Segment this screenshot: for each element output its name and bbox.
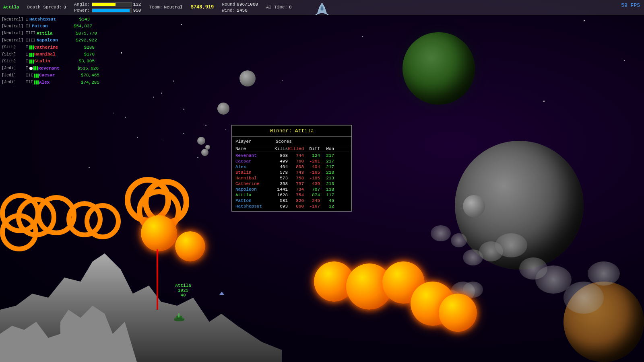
score-killed: 808 (288, 165, 304, 169)
col-sub-killed: Killed (288, 146, 304, 151)
player-list-item: [Neutral] IIII Napoleon $292,922 (0, 37, 105, 44)
health-bar-pip (33, 66, 35, 70)
star (543, 101, 545, 102)
score-player-name: Hannibal (235, 176, 272, 181)
player-list-item: {Sith} I Hannibal $170 (0, 51, 105, 58)
col-sub-diff: Diff (304, 146, 320, 151)
svg-point-6 (174, 318, 184, 321)
score-data-row: Revenant 868 744 124 217 (235, 153, 349, 158)
health-bar-pip (29, 53, 31, 57)
score-killed: 860 (288, 204, 304, 209)
star (121, 52, 122, 53)
orb-2 (175, 231, 205, 261)
moon-right (463, 195, 485, 217)
power-value: 950 (133, 8, 141, 13)
player-score: $288 (66, 45, 95, 51)
score-panel: Winner: Attila Player Scores Name Kills … (231, 125, 352, 212)
score-player-name: Attila (235, 193, 272, 197)
star (362, 36, 363, 37)
star (161, 141, 161, 141)
player-list-item: [Jedi] I Revenant $535,626 (0, 65, 105, 72)
score-kills: 868 (272, 153, 288, 158)
score-kills: 693 (272, 204, 288, 209)
score-data-row: Napoleon 1441 734 707 138 (235, 187, 349, 192)
score-won: 213 (320, 170, 334, 175)
score-diff: 874 (304, 193, 320, 197)
player-score: $875,770 (69, 31, 97, 37)
score-player-name: Hatshepsut (235, 204, 272, 209)
health-bar-pip (31, 53, 32, 57)
player-rank: IIII (26, 31, 35, 36)
hud-ai-section: AI Time: 8 (266, 4, 291, 10)
player-team: [Jedi] (2, 66, 26, 71)
planet-green (402, 32, 475, 105)
round-label: Round (222, 2, 235, 7)
player-score: $3,005 (66, 58, 95, 64)
star (181, 24, 182, 25)
player-rank: II (26, 24, 31, 29)
score-data-row: Caesar 499 760 -261 217 (235, 158, 349, 164)
moon-small-2 (217, 103, 229, 115)
player-team: [Neutral] (2, 31, 26, 36)
hud-player-name: Attila (3, 4, 19, 10)
score-kills: 581 (272, 198, 288, 203)
player-team: [Neutral] (2, 17, 26, 23)
power-label: Power: (74, 8, 90, 13)
angle-label: Angle: (74, 2, 90, 7)
player-score: $170 (66, 51, 95, 58)
score-won: 12 (320, 204, 334, 209)
score-diff: -167 (304, 204, 320, 209)
beam (157, 249, 158, 310)
player-name: Revenant (38, 66, 70, 72)
score-killed: 734 (288, 187, 304, 192)
score-diff: 707 (304, 187, 320, 192)
hud-team-section: Team: Neutral (149, 4, 182, 10)
score-killed: 754 (288, 193, 304, 197)
health-bar-pip (35, 66, 36, 70)
col-header-kills (312, 139, 328, 144)
round-value: 996/1000 (237, 2, 258, 7)
sparkle-10 (183, 109, 184, 110)
score-data-row: Hatshepsut 693 860 -167 12 (235, 204, 349, 209)
health-bar-pip (31, 45, 32, 49)
score-diff: -261 (304, 159, 320, 164)
sparkle-3 (197, 157, 198, 158)
player-score: $74,285 (71, 80, 99, 86)
score-diff: -439 (304, 181, 320, 186)
score-killed: 744 (288, 153, 304, 158)
player-list: [Neutral] I Hatshepsut $343 [Neutral] II… (0, 16, 105, 86)
sparkle-9 (205, 125, 206, 126)
sparkle-1 (161, 93, 162, 94)
wind-label: Wind: (222, 8, 235, 13)
player-team: [Jedi] (2, 80, 26, 85)
sparkle-8 (89, 167, 90, 168)
player-list-item: {Sith} I Stalin $3,005 (0, 58, 105, 65)
hud-death-spread: Death Spread: 3 (27, 4, 66, 10)
smoke-8 (431, 225, 451, 241)
angle-bar (92, 2, 132, 6)
player-rank: III (26, 80, 33, 85)
sparkle-7 (125, 117, 126, 118)
ai-label: AI Time: (266, 4, 287, 10)
player-team: [Neutral] (2, 24, 26, 29)
smoke-10 (588, 261, 620, 286)
score-kills: 358 (272, 181, 288, 186)
player-list-item: [Jedi] III Caesar $78,465 (0, 72, 105, 79)
score-data-row: Alex 404 808 -404 217 (235, 164, 349, 170)
attila-tank (173, 312, 185, 324)
player-score: $535,626 (70, 66, 99, 72)
col-header-name (296, 139, 312, 144)
player-score: $292,922 (69, 37, 97, 43)
col-header-player: Player (235, 139, 272, 144)
hud-money: $748,919 (191, 4, 214, 11)
health-bar-pip (34, 80, 35, 84)
col-header-killed (328, 139, 344, 144)
score-killed: 797 (288, 181, 304, 186)
score-kills: 499 (272, 159, 288, 164)
player-rank: I (26, 59, 28, 64)
score-rows: Revenant 868 744 124 217 Caesar 499 760 … (235, 153, 349, 209)
score-player-name: Caesar (235, 159, 272, 164)
hud-round-section: Round 996/1000 Wind: 2450 (222, 2, 258, 13)
player-name: Catherine (34, 45, 66, 51)
score-won: 217 (320, 159, 334, 164)
